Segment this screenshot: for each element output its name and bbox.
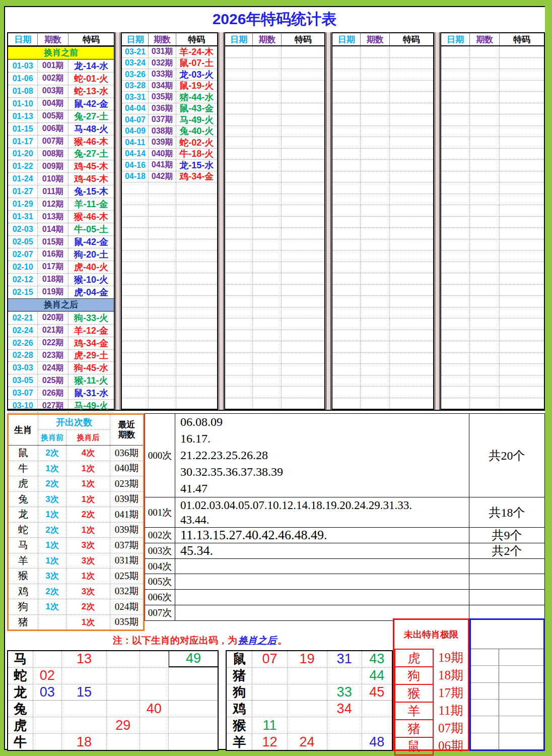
draw-code: 鼠-42-金 — [68, 98, 114, 110]
recent-period: 035期 — [110, 615, 143, 630]
zodiac-name: 狗 — [9, 599, 38, 614]
count-after: 1次 — [66, 615, 110, 630]
empty-draw-row — [441, 227, 544, 239]
number-cell — [140, 684, 169, 701]
draw-code: 马-48-火 — [68, 123, 114, 135]
zodiac-stats-row: 蛇 2次 1次 039期 — [9, 522, 143, 538]
header-zodiac: 生肖 — [9, 415, 38, 445]
note-link-text: 换肖之后 — [238, 634, 277, 647]
number-cell — [62, 717, 107, 733]
draw-date: 02-10 — [8, 261, 38, 273]
draw-period: 037期 — [149, 114, 176, 125]
number-cell — [62, 668, 107, 684]
draw-code: 鸡-34-金 — [176, 171, 217, 182]
draw-row: 01-31 013期 猴-46-木 — [8, 210, 114, 223]
count-after: 1次 — [66, 476, 110, 491]
draw-code: 龙-15-水 — [176, 160, 217, 171]
number-cell — [140, 717, 169, 733]
empty-draw-row — [441, 284, 544, 296]
number-cell — [362, 717, 392, 733]
draw-period: 034期 — [149, 81, 176, 92]
empty-draw-row — [332, 216, 433, 228]
frequency-block: 006次 — [145, 589, 544, 605]
number-cell: 18 — [62, 734, 107, 750]
draw-period: 019期 — [38, 286, 68, 298]
empty-draw-row — [441, 69, 544, 80]
draw-period: 036期 — [149, 103, 176, 114]
empty-draw-row — [332, 341, 433, 352]
empty-draw-row — [122, 216, 217, 228]
zodiac-name: 羊 — [227, 734, 252, 750]
draw-row: 02-15 019期 虎-04-金 — [8, 286, 114, 298]
limit-zodiac: 羊 — [394, 702, 434, 720]
draw-date: 04-18 — [122, 171, 149, 182]
note-row: 注：以下生肖的对应出码，为 换肖之后 。 — [7, 632, 393, 649]
draw-row: 04-07 037期 马-49-火 — [122, 114, 217, 125]
draw-row: 01-27 011期 兔-15-木 — [8, 185, 114, 198]
page: 2026年特码统计表 日期 期数 特码 换肖之前 01-03 001期 龙-14… — [0, 0, 552, 756]
draw-period: 039期 — [149, 137, 176, 148]
draw-code: 龙-14-水 — [68, 60, 114, 72]
zodiac-name: 鸡 — [9, 584, 38, 599]
zodiac-name: 马 — [8, 651, 33, 667]
recent-period: 025期 — [110, 569, 143, 584]
zodiac-name: 鼠 — [227, 651, 252, 667]
empty-draw-row — [332, 57, 433, 69]
draw-row: 02-21 020期 狗-33-火 — [8, 311, 114, 324]
draw-row: 02-24 021期 羊-12-金 — [8, 324, 114, 337]
count-after: 1次 — [66, 461, 110, 476]
limit-row: 猴 17期 — [394, 684, 468, 702]
draw-row: 04-14 040期 牛-18-火 — [122, 148, 217, 160]
draw-row: 03-21 031期 羊-24-木 — [122, 46, 217, 57]
draw-row: 01-13 005期 兔-27-土 — [8, 110, 114, 122]
draw-period: 026期 — [38, 387, 68, 399]
draw-group-header: 日期 期数 特码 — [8, 33, 114, 46]
draw-date: 03-05 — [8, 374, 38, 387]
draw-group-header: 日期 期数 特码 — [225, 33, 324, 46]
empty-draw-row — [332, 159, 433, 171]
empty-draw-row — [225, 69, 324, 80]
zodiac-name: 龙 — [8, 684, 33, 701]
number-cell: 03 — [33, 684, 62, 701]
recent-period: 041期 — [110, 507, 143, 522]
empty-draw-row — [122, 194, 217, 205]
count-before: 2次 — [38, 446, 66, 461]
empty-draw-row — [225, 239, 324, 250]
zodiac-stats-row: 羊 1次 3次 031期 — [9, 553, 143, 569]
draw-date: 04-14 — [122, 149, 149, 160]
number-cell — [362, 701, 392, 717]
zodiac-name: 鸡 — [227, 701, 252, 717]
draw-code: 虎-40-火 — [68, 261, 114, 273]
draw-code: 兔-15-木 — [68, 185, 114, 198]
empty-draw-row — [441, 171, 544, 182]
header-recent-period: 最近 期数 — [110, 415, 143, 445]
zodiac-stats-row: 虎 2次 1次 023期 — [9, 476, 143, 491]
draw-code: 蛇-02-火 — [176, 137, 217, 148]
frequency-label: 004次 — [145, 559, 175, 574]
draw-date: 01-27 — [8, 185, 38, 198]
draw-period: 021期 — [38, 325, 68, 337]
zodiac-name: 蛇 — [9, 523, 38, 538]
zodiac-numbers-table-left: 马 13 49 蛇 02 龙 03 15 兔 — [7, 650, 219, 751]
draw-group-body — [332, 46, 433, 409]
draw-row: 01-10 004期 鼠-42-金 — [8, 97, 114, 110]
frequency-numbers — [175, 590, 469, 605]
draw-period: 041期 — [149, 160, 176, 171]
frequency-numbers: 11.13.15.27.40.42.46.48.49. — [175, 528, 469, 543]
draw-date: 02-07 — [8, 248, 38, 261]
note-text: 。 — [278, 634, 287, 647]
draw-code: 鸡-45-木 — [68, 173, 114, 185]
draw-period: 040期 — [149, 149, 176, 160]
frequency-total: 共9个 — [469, 528, 544, 543]
draw-row: 04-04 036期 鼠-43-金 — [122, 103, 217, 114]
header-code: 特码 — [176, 33, 217, 45]
empty-draw-row — [122, 250, 217, 262]
empty-draw-row — [225, 284, 324, 296]
zodiac-name: 猪 — [227, 668, 252, 684]
zodiac-numbers-row: 羊 12 24 48 — [227, 733, 392, 750]
number-cell — [327, 717, 362, 733]
empty-draw-row — [225, 386, 324, 398]
limit-periods: 18期 — [434, 666, 468, 684]
zodiac-name: 猴 — [9, 569, 38, 584]
zodiac-stats-row: 鼠 2次 4次 036期 — [9, 446, 143, 461]
